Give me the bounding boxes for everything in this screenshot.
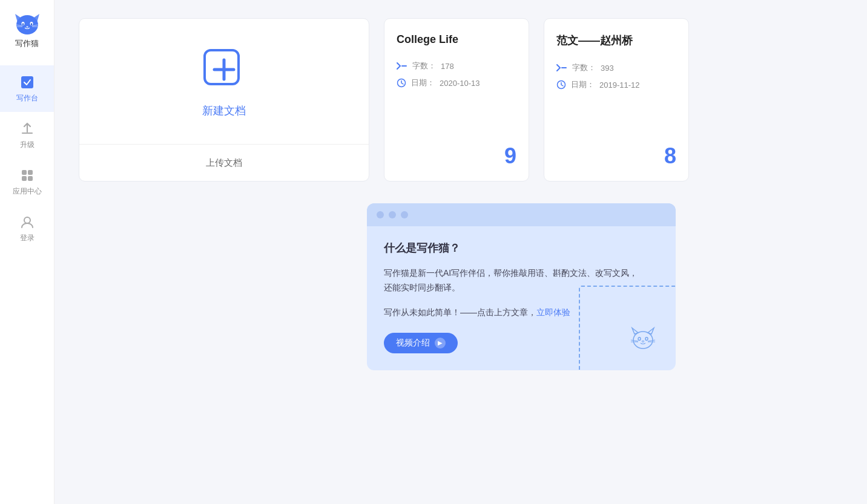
cat-illustration [627,322,659,353]
banner-top-bar [367,203,676,226]
doc-meta-college-life: 字数： 178 日期： 2020-10-13 [397,61,516,88]
word-count-value-2: 393 [601,64,614,73]
date-row: 日期： 2020-10-13 [397,77,516,88]
banner-desc: 写作猫是新一代AI写作伴侣，帮你推敲用语、斟酌文法、改写文风， 还能实时同步翻译… [384,266,659,295]
word-count-row: 字数： 178 [397,61,516,71]
new-doc-icon [200,45,248,94]
dot-2 [389,211,396,218]
word-count-label-1: 字数： [412,61,436,71]
upload-doc-button[interactable]: 上传文档 [79,145,369,181]
date-value-2: 2019-11-12 [599,80,640,90]
sidebar-item-upgrade[interactable]: 升级 [0,112,54,159]
banner-body: 什么是写作猫？ 写作猫是新一代AI写作伴侣，帮你推敲用语、斟酌文法、改写文风， … [367,226,676,370]
svg-point-20 [633,332,653,349]
date-icon-2 [556,80,566,90]
date-value-1: 2020-10-13 [440,79,480,88]
banner-cta-link[interactable]: 立即体验 [536,307,570,317]
app-logo: 写作猫 [0,0,54,61]
login-icon [19,214,36,231]
doc-number-1: 9 [397,143,516,169]
doc-title-college-life: College Life [397,33,516,46]
date-row-2: 日期： 2019-11-12 [556,79,676,90]
word-count-icon [397,62,407,70]
doc-card-zhaozhou[interactable]: 范文——赵州桥 字数： 393 [544,18,689,182]
date-label-1: 日期： [411,77,435,88]
svg-point-4 [30,23,31,25]
doc-card-college-life[interactable]: College Life 字数： 178 [384,18,529,182]
new-doc-card[interactable]: 新建文档 上传文档 [79,18,369,182]
cards-row: 新建文档 上传文档 College Life 字数： 178 [79,18,843,182]
sidebar-nav: 写作台 升级 应用中心 [0,65,54,252]
sidebar-item-writing-desk[interactable]: 写作台 [0,65,54,112]
logo-icon [13,11,42,36]
main-content: 新建文档 上传文档 College Life 字数： 178 [54,0,867,504]
video-intro-button[interactable]: 视频介绍 ▶ [384,333,458,353]
dot-1 [377,211,384,218]
svg-rect-18 [561,67,567,68]
upgrade-icon [19,120,36,137]
writing-desk-icon [19,74,36,91]
svg-point-14 [24,217,30,223]
new-doc-top[interactable]: 新建文档 [79,19,369,145]
svg-rect-12 [22,176,27,181]
play-icon: ▶ [435,338,446,349]
upload-label: 上传文档 [206,157,242,169]
doc-meta-zhaozhou: 字数： 393 日期： 2019-11-12 [556,62,676,90]
word-count-value-1: 178 [441,62,454,71]
svg-point-0 [16,15,38,34]
svg-point-21 [638,337,641,340]
sidebar-item-login-label: 登录 [20,233,35,243]
sidebar-item-upgrade-label: 升级 [20,140,35,150]
sidebar: 写作猫 写作台 升级 [0,0,54,504]
word-count-label-2: 字数： [572,62,596,73]
sidebar-item-login[interactable]: 登录 [0,205,54,252]
logo-text: 写作猫 [15,38,39,49]
doc-title-zhaozhou: 范文——赵州桥 [556,33,676,48]
new-doc-label: 新建文档 [202,103,246,118]
svg-rect-15 [205,50,239,84]
word-count-icon-2 [556,64,567,72]
svg-rect-11 [28,170,33,175]
word-count-row-2: 字数： 393 [556,62,676,73]
sidebar-item-app-center[interactable]: 应用中心 [0,159,54,205]
dot-3 [401,211,408,218]
video-intro-label: 视频介绍 [396,338,430,349]
banner-cta-text: 写作从未如此简单！——点击上方文章，立即体验 [384,307,659,318]
svg-line-25 [648,340,655,341]
sidebar-item-app-center-label: 应用中心 [13,186,42,197]
svg-point-22 [645,337,648,340]
svg-rect-13 [28,176,33,181]
app-center-icon [19,167,36,184]
banner-title: 什么是写作猫？ [384,241,659,255]
info-banner: 什么是写作猫？ 写作猫是新一代AI写作伴侣，帮你推敲用语、斟酌文法、改写文风， … [367,203,676,370]
svg-line-23 [631,340,638,341]
svg-rect-16 [401,65,407,67]
svg-point-3 [22,23,23,25]
doc-number-2: 8 [556,143,676,169]
date-icon [397,78,406,88]
svg-rect-10 [22,170,27,175]
date-label-2: 日期： [571,79,595,90]
sidebar-item-writing-desk-label: 写作台 [16,93,38,103]
svg-rect-9 [21,76,33,88]
